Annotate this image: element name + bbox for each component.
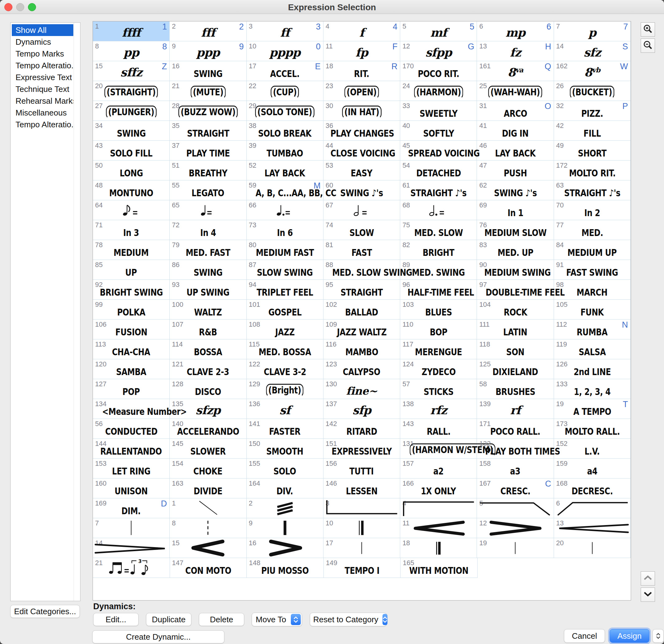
expression-cell-41[interactable]: 41DIG IN [477, 121, 554, 141]
sidebar-item-tempo-alteratio[interactable]: Tempo Alteratio... [12, 60, 73, 71]
expression-cell-14[interactable]: 14 [93, 538, 170, 558]
expression-cell-95[interactable]: 95STRAIGHT [324, 280, 400, 300]
expression-cell-140[interactable]: 140ACCELERANDO [170, 419, 246, 439]
expression-cell-153[interactable]: 153LET RING [93, 459, 170, 478]
expression-cell-151[interactable]: 151EXPRESSIVELY [324, 439, 400, 459]
expression-cell-38[interactable]: 38SOLO BREAK [247, 121, 324, 141]
expression-cell-145[interactable]: 145SLOWER [170, 439, 246, 459]
expression-cell-103[interactable]: 103BLUES [400, 300, 477, 320]
expression-cell-10[interactable]: 100pppp [247, 41, 324, 61]
expression-cell-20[interactable]: 20(STRAIGHT) [93, 81, 170, 101]
expression-cell-61[interactable]: 61STRAIGHT ♪'s [400, 180, 477, 200]
expression-cell-1[interactable]: 11ffff [93, 21, 170, 41]
expression-cell-18[interactable]: 18 [400, 538, 477, 558]
expression-cell-76[interactable]: 76MEDIUM SLOW [477, 220, 554, 240]
expression-cell-49[interactable]: 49SHORT [554, 141, 631, 160]
expression-cell-105[interactable]: 105FUNK [554, 300, 631, 320]
expression-cell-4[interactable]: 4 [400, 498, 477, 518]
expression-cell-173[interactable]: 173MOLTO RALL. [554, 419, 631, 439]
expression-cell-78[interactable]: 78MEDIUM [93, 240, 170, 260]
expression-cell-55[interactable]: 55LEGATO [170, 180, 246, 200]
expression-cell-88[interactable]: 88MED. SLOW SWING [324, 260, 400, 280]
expression-cell-15[interactable]: 15 [170, 538, 246, 558]
expression-cell-64[interactable]: 64 [93, 200, 170, 220]
delete-button[interactable]: Delete [199, 613, 244, 626]
sidebar-item-tempo-marks[interactable]: Tempo Marks [12, 48, 73, 60]
expression-cell-19[interactable]: 19 [477, 538, 554, 558]
expression-cell-20[interactable]: 20 [554, 538, 631, 558]
expression-cell-134[interactable]: 134<Measure Number> [93, 399, 170, 419]
expression-cell-109[interactable]: 109JAZZ WALTZ [324, 320, 400, 339]
scroll-down-button[interactable] [641, 587, 655, 602]
expression-cell-69[interactable]: 69In 1 [477, 200, 554, 220]
expression-cell-172[interactable]: 172MOLTO RIT. [554, 160, 631, 180]
expression-cell-10[interactable]: 10 [324, 518, 400, 538]
expression-cell-35[interactable]: 35STRAIGHT [170, 121, 246, 141]
sidebar-item-dynamics[interactable]: Dynamics [12, 36, 73, 48]
expression-cell-83[interactable]: 83MED. UP [477, 240, 554, 260]
sidebar-item-tempo-alteratio[interactable]: Tempo Alteratio... [12, 119, 73, 130]
cancel-button[interactable]: Cancel [564, 629, 605, 643]
expression-cell-122[interactable]: 122CLAVE 3-2 [247, 359, 324, 379]
expression-cell-46[interactable]: 46LAY BACK [477, 141, 554, 160]
expression-cell-155[interactable]: 155SOLO [247, 459, 324, 478]
expression-cell-164[interactable]: 164DIV. [247, 478, 324, 498]
expression-cell-67[interactable]: 67 [324, 200, 400, 220]
expression-cell-117[interactable]: 117MERENGUE [400, 339, 477, 359]
expression-cell-52[interactable]: 52LAY BACK [247, 160, 324, 180]
expression-cell-101[interactable]: 101GOSPEL [247, 300, 324, 320]
expression-cell-136[interactable]: 136sf [247, 399, 324, 419]
sidebar-item-expressive-text[interactable]: Expressive Text [12, 71, 73, 83]
expression-cell-147[interactable]: 147CON MOTO [170, 558, 247, 578]
expression-cell-129[interactable]: 129(Bright) [247, 379, 324, 399]
expression-cell-74[interactable]: 74SLOW [324, 220, 400, 240]
expression-cell-2[interactable]: 22fff [170, 21, 246, 41]
expression-cell-53[interactable]: 53EASY [324, 160, 400, 180]
expression-cell-13[interactable]: 13Hfz [477, 41, 554, 61]
expression-cell-161[interactable]: 161Q8va [477, 61, 554, 81]
expression-cell-104[interactable]: 104ROCK [477, 300, 554, 320]
expression-cell-168[interactable]: 168DECRESC. [554, 478, 631, 498]
expression-cell-6[interactable]: 66mp [477, 21, 554, 41]
expression-cell-116[interactable]: 116MAMBO [324, 339, 400, 359]
sidebar-item-technique-text[interactable]: Technique Text [12, 83, 73, 95]
expression-cell-43[interactable]: 43SOLO FILL [93, 141, 170, 160]
expression-cell-60[interactable]: 60SWING ♪'s [324, 180, 400, 200]
expression-cell-86[interactable]: 86SWING [170, 260, 246, 280]
expression-cell-68[interactable]: 68 [400, 200, 477, 220]
expression-cell-139[interactable]: 139rf [477, 399, 554, 419]
expression-cell-51[interactable]: 51BREATHY [170, 160, 246, 180]
expression-cell-25[interactable]: 25(WAH-WAH) [477, 81, 554, 101]
expression-cell-87[interactable]: 87SLOW SWING [247, 260, 324, 280]
expression-cell-12[interactable]: 12 [477, 518, 554, 538]
expression-cell-99[interactable]: 99POLKA [93, 300, 170, 320]
expression-cell-4[interactable]: 44f [324, 21, 400, 41]
expression-cell-154[interactable]: 154CHOKE [170, 459, 246, 478]
expression-cell-148[interactable]: 148PIU MOSSO [247, 558, 324, 578]
expression-cell-124[interactable]: 124ZYDECO [400, 359, 477, 379]
expression-cell-37[interactable]: 37PLAY TIME [170, 141, 246, 160]
expression-cell-97[interactable]: 97DOUBLE-TIME FEEL [477, 280, 554, 300]
expression-cell-23[interactable]: 23(OPEN) [324, 81, 400, 101]
expression-cell-15[interactable]: 15Zsffz [93, 61, 170, 81]
expression-cell-107[interactable]: 107R&B [170, 320, 246, 339]
expression-cell-128[interactable]: 128DISCO [170, 379, 246, 399]
expression-cell-110[interactable]: 110BOP [400, 320, 477, 339]
expression-cell-123[interactable]: 123CALYPSO [324, 359, 400, 379]
expression-cell-79[interactable]: 79MED. FAST [170, 240, 246, 260]
expression-cell-7[interactable]: 77p [554, 21, 631, 41]
expression-cell-90[interactable]: 90MEDIUM SWING [477, 260, 554, 280]
expression-cell-26[interactable]: 26(BUCKET) [554, 81, 631, 101]
expression-cell-152[interactable]: 152L.V. [554, 439, 631, 459]
expression-cell-57[interactable]: 57STICKS [400, 379, 477, 399]
assign-stepper-button[interactable] [652, 629, 664, 643]
expression-cell-32[interactable]: 32PPIZZ. [554, 101, 631, 121]
expression-cell-77[interactable]: 77MED. [554, 220, 631, 240]
expression-cell-131[interactable]: 131(HARMON W/STEM) [400, 439, 477, 459]
expression-cell-31[interactable]: 31OARCO [477, 101, 554, 121]
expression-cell-92[interactable]: 92BRIGHT SWING [93, 280, 170, 300]
expression-cell-17[interactable]: 17 [324, 538, 400, 558]
expression-cell-84[interactable]: 84MEDIUM UP [554, 240, 631, 260]
expression-cell-3[interactable]: 3 [324, 498, 400, 518]
expression-cell-22[interactable]: 22(CUP) [247, 81, 324, 101]
